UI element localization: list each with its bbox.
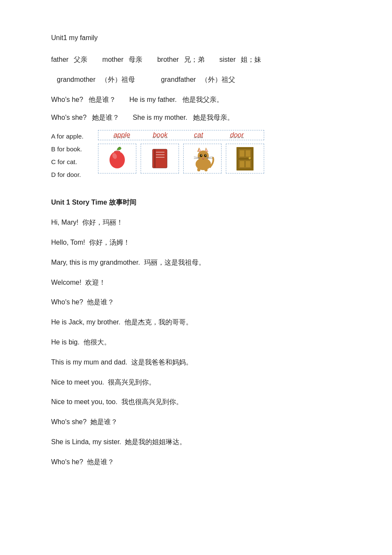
story-line-4-zh: 欢迎！ [85, 279, 106, 286]
story-line-8-zh: 这是我爸爸和妈妈。 [131, 358, 193, 366]
vocab-father-en: father [51, 56, 69, 63]
story-section: Unit 1 Story Time 故事时间 Hi, Mary! 你好，玛丽！ … [51, 198, 349, 468]
svg-point-10 [198, 150, 209, 162]
story-line-2-zh: 你好，汤姆！ [89, 239, 130, 246]
story-line-3-zh: 玛丽，这是我祖母。 [144, 259, 205, 266]
svg-rect-24 [197, 168, 200, 171]
svg-rect-4 [154, 149, 156, 168]
vocab-mother-en: mother [102, 56, 124, 63]
story-line-6-zh: 他是杰克，我的哥哥。 [124, 318, 193, 326]
unit-title: Unit1 my family [51, 34, 349, 42]
vocab-grandmother-en: grandmother [57, 76, 95, 83]
svg-point-1 [110, 151, 125, 168]
story-line-9-zh: 很高兴见到你。 [108, 379, 156, 386]
sentence-2-zh1: 她是谁？ [92, 114, 119, 121]
sentence-1: Who's he? 他是谁？ He is my father. 他是我父亲。 [51, 94, 349, 106]
alpha-img-door [226, 144, 264, 173]
story-line-3: Mary, this is my grandmother. 玛丽，这是我祖母。 [51, 257, 349, 269]
alpha-label-c: C for cat. [51, 156, 94, 168]
alpha-label-a: A for apple. [51, 130, 94, 143]
story-line-7-zh: 他很大。 [84, 338, 111, 346]
story-line-1: Hi, Mary! 你好，玛丽！ [51, 217, 349, 229]
alpha-words-row: apple book cat door [98, 130, 264, 140]
story-line-2: Hello, Tom! 你好，汤姆！ [51, 237, 349, 249]
vocab-grandfather-en: grandfather [161, 76, 196, 83]
story-line-7: He is big. 他很大。 [51, 336, 349, 349]
svg-point-33 [249, 157, 251, 159]
alpha-img-cat [183, 144, 222, 173]
story-line-11: Who's she? 她是谁？ [51, 416, 349, 428]
vocab-line-2: grandmother （外）祖母 grandfather （外）祖父 [51, 74, 349, 86]
svg-point-17 [201, 155, 202, 156]
vocab-father-zh: 父亲 [74, 56, 87, 63]
story-line-8-en: This is my mum and dad. [51, 358, 127, 366]
sentence-2-en1: Who's she? [51, 114, 86, 121]
story-line-13-zh: 他是谁？ [87, 458, 114, 465]
story-line-13-en: Who's he? [51, 458, 83, 465]
alpha-images-row [98, 144, 264, 173]
story-line-5-zh: 他是谁？ [87, 298, 114, 306]
story-line-4-en: Welcome! [51, 279, 81, 286]
story-line-8: This is my mum and dad. 这是我爸爸和妈妈。 [51, 356, 349, 369]
sentence-2: Who's she? 她是谁？ She is my mother. 她是我母亲。 [51, 112, 349, 124]
alpha-img-book [141, 144, 179, 173]
sentence-1-zh1: 他是谁？ [89, 96, 116, 103]
story-line-11-zh: 她是谁？ [90, 418, 118, 425]
alpha-label-d: D for door. [51, 168, 94, 181]
svg-rect-31 [239, 161, 245, 168]
alpha-word-cat: cat [179, 131, 218, 139]
sentence-2-en2: She is my mother. [133, 114, 187, 121]
sentence-1-zh2: 他是我父亲。 [182, 96, 223, 103]
story-line-12-en: She is Linda, my sister. [51, 438, 121, 445]
alpha-word-apple: apple [103, 131, 141, 139]
story-line-10-zh: 我也很高兴见到你。 [121, 398, 183, 405]
alpha-word-door: door [218, 131, 256, 139]
sentence-1-en2: He is my father. [130, 96, 177, 103]
story-line-11-en: Who's she? [51, 418, 86, 425]
svg-rect-7 [156, 157, 164, 158]
alpha-img-apple [98, 144, 136, 173]
story-line-2-en: Hello, Tom! [51, 239, 85, 246]
story-line-1-zh: 你好，玛丽！ [82, 219, 123, 226]
vocab-line-1: father 父亲 mother 母亲 brother 兄；弟 sister 姐… [51, 54, 349, 66]
svg-rect-25 [205, 168, 208, 171]
story-line-12-zh: 她是我的姐姐琳达。 [125, 438, 186, 445]
svg-point-18 [205, 155, 206, 156]
story-line-12: She is Linda, my sister. 她是我的姐姐琳达。 [51, 436, 349, 448]
story-line-10: Nice to meet you, too. 我也很高兴见到你。 [51, 396, 349, 408]
story-line-10-en: Nice to meet you, too. [51, 398, 118, 405]
vocab-sister-zh: 姐；妹 [241, 56, 261, 63]
story-title: Unit 1 Story Time 故事时间 [51, 198, 349, 207]
story-line-5-en: Who's he? [51, 298, 83, 306]
story-line-6: He is Jack, my brother. 他是杰克，我的哥哥。 [51, 316, 349, 329]
svg-rect-5 [156, 152, 164, 153]
story-line-13: Who's he? 他是谁？ [51, 456, 349, 468]
sentence-2-zh2: 她是我母亲。 [193, 114, 234, 121]
story-line-9-en: Nice to meet you. [51, 379, 104, 386]
svg-rect-6 [156, 154, 164, 155]
story-line-6-en: He is Jack, my brother. [51, 318, 121, 326]
alphabet-section: A for apple. B for book. C for cat. D fo… [51, 130, 349, 181]
sentence-1-en1: Who's he? [51, 96, 83, 103]
svg-rect-29 [239, 150, 245, 157]
vocab-sister-en: sister [219, 56, 236, 63]
svg-rect-30 [245, 150, 251, 157]
vocab-brother-en: brother [157, 56, 179, 63]
svg-point-15 [200, 154, 202, 157]
svg-rect-32 [245, 161, 251, 168]
svg-point-16 [204, 154, 207, 157]
story-line-9: Nice to meet you. 很高兴见到你。 [51, 376, 349, 389]
alpha-right: apple book cat door [98, 130, 264, 173]
vocab-grandmother-zh: （外）祖母 [101, 76, 135, 83]
story-line-5: Who's he? 他是谁？ [51, 296, 349, 309]
alpha-labels: A for apple. B for book. C for cat. D fo… [51, 130, 94, 181]
story-line-4: Welcome! 欢迎！ [51, 277, 349, 289]
story-line-7-en: He is big. [51, 338, 80, 346]
vocab-mother-zh: 母亲 [129, 56, 142, 63]
vocab-grandfather-zh: （外）祖父 [201, 76, 235, 83]
story-line-3-en: Mary, this is my grandmother. [51, 259, 140, 266]
story-line-1-en: Hi, Mary! [51, 219, 78, 226]
alpha-label-b: B for book. [51, 143, 94, 156]
vocab-brother-zh: 兄；弟 [184, 56, 205, 63]
alpha-word-book: book [141, 131, 179, 139]
